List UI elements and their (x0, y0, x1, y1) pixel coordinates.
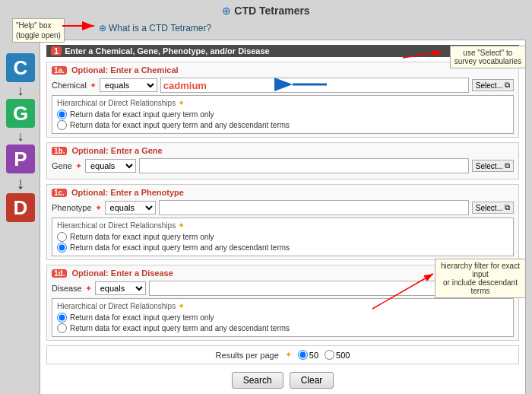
chemical-radio1-row[interactable]: Return data for exact input query term o… (57, 110, 508, 119)
chemical-hierarchy-title: Hierarchical or Direct Relationships ✦ (57, 98, 508, 108)
cgpd-c-box: C (6, 53, 35, 82)
section1-header: 1 Enter a Chemical, Gene, Phenotype, and… (46, 45, 519, 57)
disease-radio2-row[interactable]: Return data for exact input query term a… (57, 323, 508, 333)
chemical-select-button[interactable]: Select... ⧉ (472, 79, 514, 91)
phenotype-input[interactable] (159, 200, 469, 215)
chemical-radio2-label: Return data for exact input query term a… (70, 121, 290, 129)
phenotype-radio2-label: Return data for exact input query term a… (70, 243, 290, 252)
phenotype-radio2-row[interactable]: Return data for exact input query term a… (57, 243, 508, 253)
results-50-radio[interactable] (298, 350, 308, 360)
disease-hierarchy-title: Hierarchical or Direct Relationships ✦ (57, 301, 508, 311)
cgpd-column: C ↓ G ↓ P ↓ D (6, 40, 35, 394)
phenotype-hierarchy-box: Hierarchical or Direct Relationships ✦ R… (52, 218, 514, 256)
arrow-p-to-d: ↓ (17, 175, 25, 192)
gene-input[interactable] (139, 158, 469, 173)
help-label: "Help" box (toggle open) (12, 18, 65, 43)
select-icon: ⧉ (505, 81, 510, 90)
help-link-text: What is a CTD Tetramer? (109, 23, 211, 33)
chemical-radio1-label: Return data for exact input query term o… (70, 110, 214, 119)
section1-label: Enter a Chemical, Gene, Phenotype, and/o… (65, 46, 270, 56)
sub1b-header: 1b. Optional: Enter a Gene (52, 146, 514, 155)
results-label: Results per page (216, 351, 279, 360)
phenotype-hierarchy-title: Hierarchical or Direct Relationships ✦ (57, 221, 508, 230)
disease-hierarchy-box: Hierarchical or Direct Relationships ✦ R… (52, 298, 514, 337)
phenotype-radio1-label: Return data for exact input query term o… (70, 233, 214, 241)
chemical-radio1[interactable] (57, 110, 67, 119)
phenotype-select-button[interactable]: Select... ⧉ (472, 202, 514, 214)
gene-required: ✦ (75, 161, 82, 171)
sub1b-num: 1b. (52, 147, 67, 155)
phenotype-radio1-row[interactable]: Return data for exact input query term o… (57, 232, 508, 242)
chemical-radio2-row[interactable]: Return data for exact input query term a… (57, 120, 508, 130)
chemical-field-row: Chemical ✦ equals contains starts with S… (52, 78, 514, 93)
disease-radio2[interactable] (57, 323, 67, 333)
disease-radio1[interactable] (57, 313, 67, 323)
cgpd-d-box: D (6, 193, 35, 222)
disease-radio1-label: Return data for exact input query term o… (70, 313, 214, 322)
action-buttons-row: Search Clear (46, 369, 519, 392)
results-per-page-area: Results per page ✦ 50 500 (46, 345, 519, 364)
phenotype-radio2[interactable] (57, 243, 67, 253)
sub1c-header: 1c. Optional: Enter a Phenotype (52, 188, 514, 197)
chemical-hierarchy-box: Hierarchical or Direct Relationships ✦ R… (52, 95, 514, 134)
disease-required: ✦ (85, 284, 92, 294)
chemical-input[interactable] (160, 78, 469, 93)
cgpd-p-box: P (6, 145, 35, 173)
gene-field-row: Gene ✦ equals contains Select... ⧉ (52, 158, 514, 173)
sub-section-1b: 1b. Optional: Enter a Gene Gene ✦ equals… (46, 142, 519, 180)
sub1a-header: 1a. Optional: Enter a Chemical (52, 65, 514, 75)
gene-select-button[interactable]: Select... ⧉ (472, 160, 514, 172)
phenotype-radio1[interactable] (57, 232, 67, 242)
callout-hierarchy: hierarchy filter for exact input or incl… (435, 259, 526, 298)
clear-button[interactable]: Clear (290, 372, 334, 389)
results-500-label[interactable]: 500 (325, 350, 350, 360)
help-link-icon: ⊕ (99, 23, 106, 33)
phenotype-select-icon: ⧉ (505, 203, 510, 212)
sub1c-num: 1c. (52, 189, 67, 197)
disease-radio1-row[interactable]: Return data for exact input query term o… (57, 313, 508, 323)
sub1a-num: 1a. (52, 66, 67, 75)
chemical-operator[interactable]: equals contains starts with (100, 78, 157, 92)
gene-select-icon: ⧉ (505, 161, 510, 170)
chemical-radio2[interactable] (57, 120, 67, 130)
header-icon: ⊕ (222, 5, 231, 17)
chemical-label: Chemical (52, 81, 87, 90)
disease-radio2-label: Return data for exact input query term a… (70, 324, 290, 332)
sub1d-num: 1d. (52, 269, 67, 278)
help-box-area: "Help" box (toggle open) ⊕ What is a CTD… (6, 18, 532, 38)
results-50-label[interactable]: 50 (298, 350, 318, 360)
hierarchy-info-icon-1c: ✦ (178, 221, 185, 230)
cgpd-g-box: G (6, 99, 35, 128)
gene-label: Gene (52, 161, 72, 170)
phenotype-field-row: Phenotype ✦ equals contains Select... ⧉ (52, 200, 514, 215)
search-button[interactable]: Search (232, 372, 283, 389)
gene-operator[interactable]: equals contains (85, 159, 136, 173)
arrow-c-to-g: ↓ (17, 84, 24, 97)
results-info-icon: ✦ (285, 350, 292, 360)
hierarchy-info-icon-1d: ✦ (178, 301, 185, 311)
help-link[interactable]: ⊕ What is a CTD Tetramer? (99, 23, 211, 33)
phenotype-operator[interactable]: equals contains (105, 201, 156, 214)
results-500-radio[interactable] (325, 350, 334, 360)
sub-section-1c: 1c. Optional: Enter a Phenotype Phenotyp… (46, 184, 519, 260)
callout-select: use "Select" to survey vocabularies (450, 46, 526, 68)
arrow-g-to-p: ↓ (17, 129, 24, 143)
form-area: 1 Enter a Chemical, Gene, Phenotype, and… (40, 40, 526, 394)
hierarchy-info-icon-1a: ✦ (178, 98, 185, 108)
phenotype-label: Phenotype (52, 203, 92, 212)
sub-section-1a: 1a. Optional: Enter a Chemical Chemical … (46, 62, 519, 138)
section1-num: 1 (51, 46, 62, 56)
disease-label: Disease (52, 284, 82, 293)
phenotype-required: ✦ (95, 203, 102, 213)
page-header: ⊕ CTD Tetramers (0, 0, 532, 18)
page-title: CTD Tetramers (234, 5, 309, 17)
disease-operator[interactable]: equals contains (95, 281, 146, 295)
chemical-required: ✦ (90, 81, 97, 91)
